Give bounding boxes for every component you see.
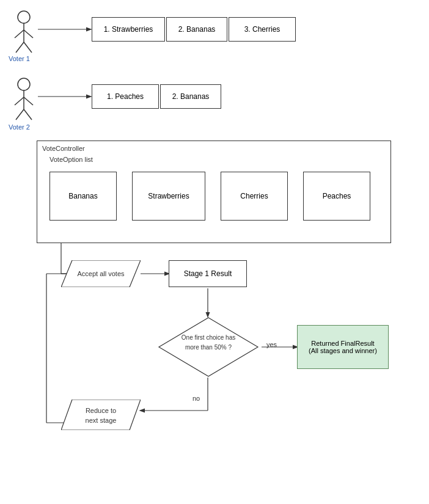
- decision-diamond: One first choice has more than 50% ?: [158, 316, 255, 378]
- stage1-result: Stage 1 Result: [169, 260, 247, 287]
- option-cherries: Cherries: [221, 172, 288, 221]
- option-peaches: Peaches: [303, 172, 370, 221]
- diagram: Voter 1 1. Strawberries 2. Bananas 3. Ch…: [0, 0, 429, 504]
- svg-text:One first choice has: One first choice has: [182, 334, 235, 341]
- svg-line-17: [24, 42, 32, 53]
- svg-line-14: [15, 30, 24, 38]
- svg-text:next stage: next stage: [86, 417, 117, 424]
- vote-option-label: VoteOption list: [50, 156, 93, 163]
- svg-line-16: [16, 42, 24, 53]
- svg-point-18: [18, 78, 30, 90]
- svg-line-23: [24, 109, 32, 120]
- yes-label: yes: [266, 341, 277, 348]
- vote-controller-title: VoteController: [42, 145, 85, 152]
- svg-text:Accept all votes: Accept all votes: [77, 270, 125, 277]
- final-result: Returned FinalResult (All stages and win…: [297, 325, 389, 369]
- svg-line-15: [24, 30, 33, 38]
- reduce-next-stage-shape: Reduce to next stage: [61, 400, 141, 430]
- vote-controller: VoteController VoteOption list Bananas S…: [37, 141, 391, 243]
- voter1-label: Voter 1: [9, 55, 30, 62]
- svg-line-20: [15, 97, 24, 105]
- accept-votes-shape: Accept all votes: [61, 260, 141, 287]
- voter1-figure: [9, 9, 39, 57]
- option-bananas: Bananas: [50, 172, 117, 221]
- voter2-figure: [9, 76, 39, 125]
- voter1-vote3: 3. Cherries: [229, 17, 296, 42]
- option-strawberries: Strawberries: [132, 172, 205, 221]
- svg-text:Reduce to: Reduce to: [86, 407, 116, 414]
- no-label: no: [193, 395, 200, 402]
- voter2-vote2: 2. Bananas: [160, 84, 221, 109]
- voter1-vote2: 2. Bananas: [166, 17, 227, 42]
- voter2-vote1: 1. Peaches: [92, 84, 159, 109]
- svg-text:more than 50% ?: more than 50% ?: [185, 344, 232, 351]
- svg-line-22: [16, 109, 24, 120]
- svg-point-12: [18, 11, 30, 23]
- voter2-label: Voter 2: [9, 123, 30, 131]
- svg-line-21: [24, 97, 33, 105]
- voter1-vote1: 1. Strawberries: [92, 17, 165, 42]
- svg-marker-29: [61, 400, 141, 430]
